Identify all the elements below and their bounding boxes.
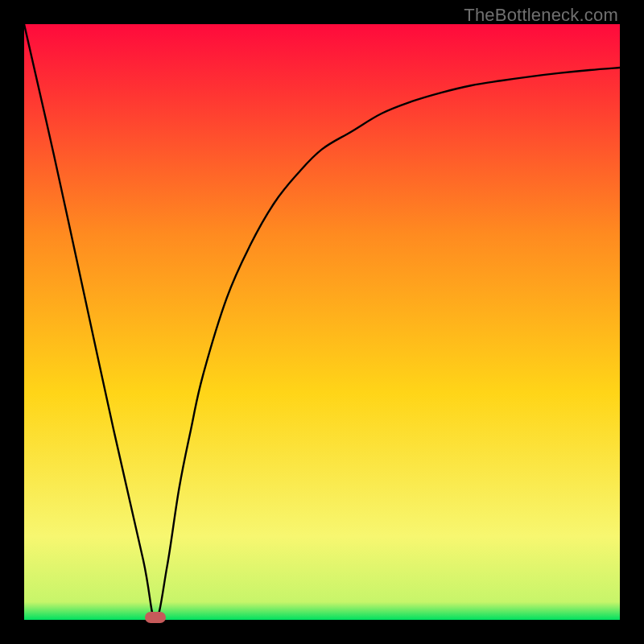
watermark-text: TheBottleneck.com [464,5,618,26]
bottleneck-chart [24,24,620,620]
gradient-background [24,24,620,620]
chart-frame [24,24,620,620]
minimum-marker [145,612,166,623]
